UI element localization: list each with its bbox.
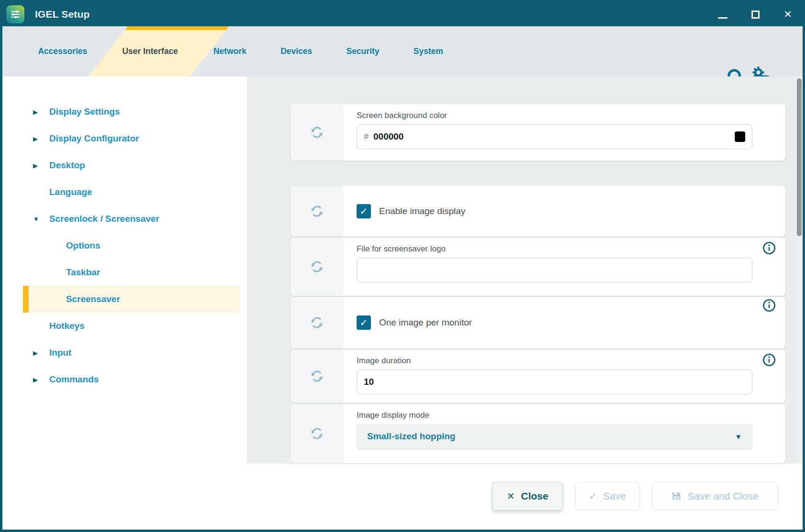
minimize-icon[interactable] <box>718 9 728 20</box>
window-controls: ✕ <box>718 9 793 20</box>
search-icon[interactable] <box>726 67 746 76</box>
titlebar: IGEL Setup ✕ <box>2 2 803 26</box>
tab-user-interface[interactable]: User Interface <box>122 26 178 76</box>
close-window-icon[interactable]: ✕ <box>783 9 793 20</box>
sidebar-item-desktop[interactable]: ▶ Desktop <box>2 152 247 179</box>
expanded-arrow-icon[interactable]: ▼ <box>33 216 49 223</box>
field-label: Image duration <box>357 356 771 366</box>
dropdown-value: Small-sized hopping <box>367 431 735 442</box>
enable-image-display-checkbox[interactable]: ✓ <box>357 204 371 218</box>
color-swatch[interactable] <box>735 131 745 142</box>
sidebar-item-display-configurator[interactable]: ▶ Display Configurator <box>2 125 247 152</box>
collapsed-arrow-icon[interactable]: ▶ <box>33 349 49 357</box>
settings-visibility-icon[interactable] <box>750 65 773 76</box>
tab-accessories[interactable]: Accessories <box>38 26 87 76</box>
hex-prefix: # <box>364 132 369 142</box>
one-image-per-monitor-checkbox[interactable]: ✓ <box>357 315 371 330</box>
info-icon[interactable] <box>762 353 776 367</box>
maximize-icon[interactable] <box>750 9 761 20</box>
floppy-disk-icon <box>672 491 681 501</box>
content-scrollbar[interactable] <box>796 76 803 464</box>
check-icon: ✓ <box>589 490 597 502</box>
image-display-mode-row: Image display mode Small-sized hopping ▼ <box>291 404 785 463</box>
tab-security[interactable]: Security <box>346 26 379 76</box>
image-duration-input[interactable] <box>364 377 745 387</box>
checkbox-label: Enable image display <box>379 206 466 217</box>
igel-setup-window: IGEL Setup ✕ Accessories User Interface … <box>0 0 805 532</box>
settings-content-panel: Screen background color # <box>247 76 803 464</box>
sidebar-item-input[interactable]: ▶ Input <box>2 339 247 366</box>
collapsed-arrow-icon[interactable]: ▶ <box>33 376 49 383</box>
reset-parameter-button[interactable] <box>291 404 343 463</box>
screen-background-color-row: Screen background color # <box>291 104 785 161</box>
close-button[interactable]: ✕ Close <box>492 482 563 510</box>
sidebar-item-display-settings[interactable]: ▶ Display Settings <box>2 98 247 125</box>
color-input-box: # <box>357 124 752 149</box>
checkbox-label: One image per monitor <box>379 317 472 328</box>
tab-bar: Accessories User Interface Network Devic… <box>2 26 803 76</box>
screensaver-logo-file-input[interactable] <box>364 265 745 275</box>
footer-button-bar: ✕ Close ✓ Save Save and Close <box>247 464 803 530</box>
igel-app-icon <box>6 5 24 23</box>
one-image-per-monitor-row: ✓ One image per monitor <box>291 297 785 348</box>
reset-icon <box>310 260 324 274</box>
logo-file-input-box <box>357 258 752 282</box>
tab-devices[interactable]: Devices <box>281 26 312 76</box>
window-title: IGEL Setup <box>35 9 90 20</box>
save-and-close-button[interactable]: Save and Close <box>652 482 778 510</box>
field-label: File for screensaver logo <box>357 244 771 254</box>
reset-parameter-button[interactable] <box>291 186 343 237</box>
collapsed-arrow-icon[interactable]: ▶ <box>33 135 49 142</box>
chevron-down-icon: ▼ <box>735 433 742 441</box>
sidebar-item-commands[interactable]: ▶ Commands <box>2 366 247 393</box>
duration-input-box <box>357 369 752 394</box>
reset-icon <box>310 315 324 330</box>
screensaver-logo-file-row: File for screensaver logo <box>291 238 785 296</box>
reset-icon <box>310 369 324 383</box>
sidebar-item-hotkeys[interactable]: Hotkeys <box>2 313 247 339</box>
sidebar-nav: ▶ Display Settings ▶ Display Configurato… <box>2 76 247 530</box>
reset-icon <box>310 426 324 441</box>
reset-icon <box>310 125 324 140</box>
image-display-mode-dropdown[interactable]: Small-sized hopping ▼ <box>357 424 752 449</box>
collapsed-arrow-icon[interactable]: ▶ <box>33 162 49 169</box>
sidebar-item-screenlock-screensaver[interactable]: ▼ Screenlock / Screensaver <box>2 206 247 232</box>
sidebar-item-taskbar[interactable]: Taskbar <box>2 259 247 286</box>
field-label: Image display mode <box>357 411 771 420</box>
tab-system[interactable]: System <box>413 26 443 76</box>
sidebar-item-screensaver[interactable]: Screensaver <box>2 286 247 313</box>
sidebar-item-options[interactable]: Options <box>2 232 247 259</box>
close-x-icon: ✕ <box>507 490 515 502</box>
sidebar-item-language[interactable]: Language <box>2 179 247 206</box>
info-icon[interactable] <box>762 299 776 312</box>
enable-image-display-row: ✓ Enable image display <box>291 186 785 237</box>
reset-parameter-button[interactable] <box>291 349 343 403</box>
reset-parameter-button[interactable] <box>291 104 343 161</box>
save-button[interactable]: ✓ Save <box>575 482 640 510</box>
reset-parameter-button[interactable] <box>291 238 343 296</box>
screen-background-color-input[interactable] <box>373 131 735 142</box>
reset-parameter-button[interactable] <box>291 297 343 348</box>
image-duration-row: Image duration <box>291 349 785 403</box>
field-label: Screen background color <box>357 111 771 120</box>
reset-icon <box>310 204 324 218</box>
collapsed-arrow-icon[interactable]: ▶ <box>33 109 49 116</box>
settings-tree: ▶ Display Settings ▶ Display Configurato… <box>2 76 247 393</box>
info-icon[interactable] <box>762 241 776 255</box>
tab-network[interactable]: Network <box>213 26 246 76</box>
sliders-icon <box>8 7 22 22</box>
scrollbar-thumb[interactable] <box>797 78 802 236</box>
